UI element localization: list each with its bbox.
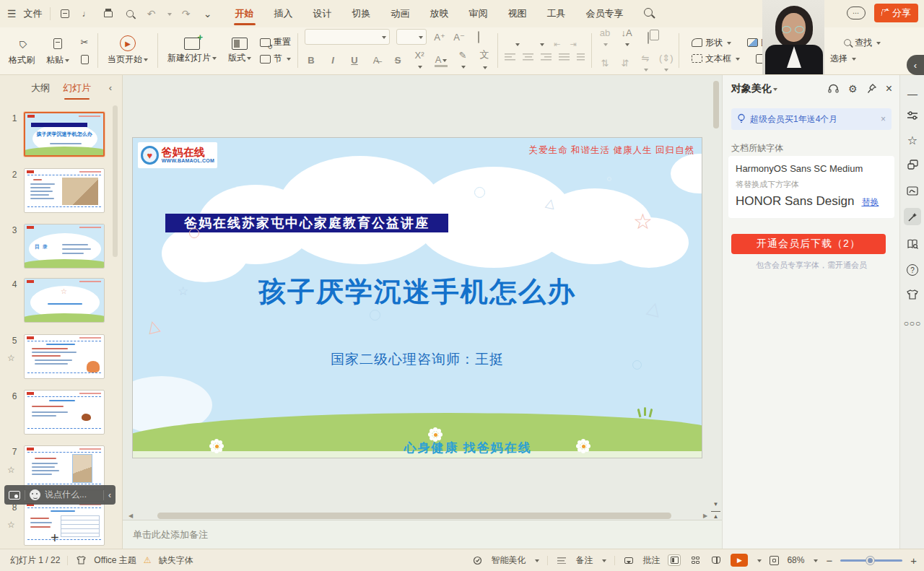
slide-thumbnail-2[interactable] [24, 168, 105, 213]
textbox-button[interactable]: 文本框 [692, 53, 740, 65]
align-left-button[interactable] [505, 53, 515, 62]
section-button[interactable]: 节 [260, 53, 291, 65]
tab-home[interactable]: 开始 [225, 0, 264, 27]
tab-tools[interactable]: 工具 [537, 0, 576, 27]
slide-canvas[interactable]: ♥ 爸妈在线 WWW.BAMAOL.COM 关爱生命 和谐生活 健康人生 回归自… [132, 137, 702, 458]
superscript-button[interactable]: X² [413, 50, 426, 71]
collapse-rail-icon[interactable]: — [904, 85, 921, 103]
fit-slide-icon[interactable] [770, 556, 779, 565]
search-icon[interactable] [634, 0, 663, 27]
zoom-in-button[interactable]: + [910, 554, 917, 567]
distribute-button[interactable] [577, 53, 585, 62]
tab-outline[interactable]: 大纲 [31, 82, 50, 95]
properties-sliders-icon[interactable] [904, 107, 921, 124]
undo-button[interactable]: ↶ [144, 6, 159, 21]
member-tip-banner[interactable]: 超级会员买1年送4个月 × [731, 108, 892, 130]
line-spacing-button[interactable]: ⇅ [598, 58, 611, 69]
slide-thumbnail-4[interactable]: ☆ [24, 278, 105, 323]
reset-button[interactable]: 重置 [260, 36, 291, 48]
slideshow-play-button[interactable]: ▶ [731, 554, 748, 567]
signature-pen-icon[interactable] [904, 182, 921, 199]
slide-thumbnail-7[interactable] [24, 445, 105, 490]
reading-view-button[interactable] [710, 554, 723, 566]
emoji-smiley-icon[interactable] [30, 489, 40, 500]
add-slide-button[interactable]: + [51, 530, 59, 546]
cloud-sync-icon[interactable]: ⋯ [847, 6, 866, 19]
missing-font-warning[interactable]: 缺失字体 [159, 554, 193, 567]
pin-icon[interactable] [867, 84, 876, 94]
play-from-current-button[interactable]: ▶ 当页开始 [105, 31, 151, 70]
increase-indent-button[interactable]: ⇥ [570, 40, 576, 49]
font-name-select[interactable] [305, 29, 390, 45]
theme-name[interactable]: Office 主题 [94, 554, 136, 567]
char-border-button[interactable]: A̶ [370, 55, 383, 66]
spacing-options-button[interactable]: ⇋ [639, 53, 652, 74]
new-slide-button[interactable]: 新建幻灯片 [165, 38, 219, 64]
slide-footer-text[interactable]: 心身健康 找爸妈在线 [183, 440, 702, 456]
slide-thumbnail-5[interactable] [24, 334, 105, 379]
font-size-select[interactable] [396, 29, 427, 45]
convert-smartart-button[interactable] [642, 32, 655, 43]
find-button[interactable]: 查找 [843, 37, 881, 49]
vertical-scrollbar[interactable] [713, 81, 719, 128]
bamaol-logo[interactable]: ♥ 爸妈在线 WWW.BAMAOL.COM [138, 142, 217, 168]
para-spacing-button[interactable]: ⇵ [619, 58, 632, 69]
cut-button[interactable]: ✂ [78, 35, 91, 48]
underline-button[interactable]: U [348, 55, 361, 66]
chat-collapse-chevron-icon[interactable]: ‹ [108, 490, 111, 500]
tab-view[interactable]: 视图 [498, 0, 537, 27]
replace-link[interactable]: 替换 [861, 196, 879, 209]
share-button[interactable]: 分享 [874, 4, 918, 22]
settings-gear-icon[interactable]: ⚙ [848, 83, 858, 95]
normal-view-button[interactable] [668, 554, 681, 566]
tab-slides[interactable]: 幻灯片 [63, 82, 91, 95]
vertical-text-button[interactable]: ↓A [620, 27, 633, 49]
smart-beautify-button[interactable]: 智能美化 [491, 554, 526, 567]
notes-button[interactable]: 备注 [575, 554, 593, 567]
toolbar-more-chevron-icon[interactable]: ⌄ [201, 6, 215, 21]
tab-design[interactable]: 设计 [303, 0, 342, 27]
select-button[interactable]: 选择 [830, 53, 856, 65]
chat-input[interactable]: 说点什么... [45, 489, 99, 501]
zoom-slider[interactable] [840, 559, 902, 562]
star-icon[interactable]: ☆ [7, 353, 15, 363]
star-icon[interactable]: ☆ [7, 520, 15, 530]
reference-book-icon[interactable] [904, 235, 921, 253]
shapes-button[interactable]: 形状 [692, 37, 731, 49]
increase-font-button[interactable]: A⁺ [433, 32, 446, 43]
slide-title[interactable]: 孩子厌学沉迷手机怎么办 [133, 274, 702, 310]
font-color-button[interactable]: A [435, 54, 448, 67]
panel-title[interactable]: 对象美化 [731, 82, 777, 95]
favorites-star-icon[interactable]: ☆ [904, 131, 921, 149]
slide-thumbnail-8[interactable] [24, 501, 105, 546]
star-icon[interactable]: ☆ [7, 465, 15, 475]
shape-convert-icon[interactable] [904, 156, 921, 173]
paste-button[interactable]: 粘贴 [43, 35, 72, 66]
slide-banner[interactable]: 爸妈在线苏家屯中心家庭教育公益讲座 [165, 214, 448, 232]
scroll-down-icon[interactable]: ▼ [711, 500, 720, 509]
highlight-button[interactable]: ✎ [456, 50, 469, 71]
slide-sorter-view-button[interactable] [689, 554, 702, 566]
distribute-text-button[interactable]: (⇕) [659, 53, 672, 74]
slide-thumbnail-1[interactable]: 孩子厌学沉迷手机怎么办 [24, 112, 105, 157]
comments-button[interactable]: 批注 [642, 554, 660, 567]
screen-share-camera-icon[interactable] [9, 491, 20, 500]
help-icon[interactable]: ? [904, 261, 921, 279]
print-button[interactable] [101, 6, 116, 21]
italic-button[interactable]: I [326, 55, 339, 66]
skin-theme-icon[interactable] [904, 286, 921, 303]
horizontal-scrollbar[interactable]: ◀ ▶ [128, 511, 710, 520]
clear-format-button[interactable] [472, 32, 485, 43]
print-preview-button[interactable] [123, 6, 137, 21]
slide-thumbnail-6[interactable] [24, 390, 105, 435]
zoom-level[interactable]: 68% [787, 555, 804, 565]
format-painter-button[interactable]: ⌂ 格式刷 [6, 35, 38, 66]
file-menu[interactable]: 文件 [24, 7, 43, 20]
strikethrough-button[interactable]: S [391, 55, 404, 66]
slide-thumbnail-3[interactable]: 目 录 [24, 224, 105, 269]
export-pdf-button[interactable]: ♩ [79, 6, 94, 21]
tab-member-exclusive[interactable]: 会员专享 [576, 0, 634, 27]
play-options-chevron-icon[interactable] [757, 559, 762, 565]
slide-presenter[interactable]: 国家二级心理咨询师：王挺 [133, 350, 702, 369]
horizontal-scroll-thumb[interactable] [157, 513, 671, 519]
